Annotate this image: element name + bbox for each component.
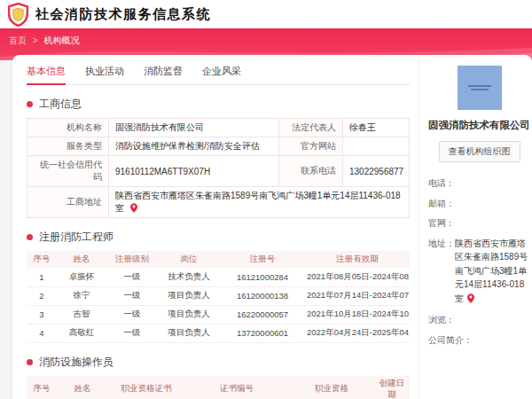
column-header: 证书编号 (184, 376, 289, 399)
engineers-table: 序号姓名注册级别岗位注册号注册有效期 1卓振怀一级技术负责人1612100028… (27, 251, 410, 343)
company-sidebar: 固强消防技术有限公司 查看机构组织图 电话： 邮箱： 官网： 地址： 陕西省西安… (419, 55, 532, 399)
table-cell: 一级 (106, 305, 158, 324)
info-label: 公司简介： (428, 333, 473, 348)
top-header: 社会消防技术服务信息系统 (0, 0, 532, 28)
info-label: 邮箱： (428, 197, 455, 211)
column-header: 序号 (27, 251, 57, 268)
field-label: 法定代表人 (279, 119, 343, 137)
map-pin-icon[interactable] (130, 203, 137, 215)
table-cell: 16120000138 (220, 286, 305, 305)
table-cell: 项目负责人 (158, 324, 220, 342)
sidebar-phone-row: 电话： (428, 176, 530, 191)
tab-practice-activities[interactable]: 执业活动 (85, 65, 124, 78)
table-cell: 13720000601 (220, 324, 305, 342)
app-title: 社会消防技术服务信息系统 (35, 6, 211, 23)
tab-bar: 基本信息 执业活动 消防监督 企业风采 (27, 55, 410, 85)
section-facility-operators: 消防设施操作员 (27, 355, 410, 370)
sidebar-address-value: 陕西省西安市雁塔区朱雀南路1589号南飞鸿广场3幢1单元14层11436-018… (455, 237, 530, 308)
tab-basic-info[interactable]: 基本信息 (27, 65, 66, 78)
column-header: 姓名 (57, 251, 106, 268)
field-label: 联系电话 (279, 156, 343, 187)
breadcrumb-separator: > (33, 35, 38, 45)
legal-rep-value: 徐春王 (343, 119, 410, 137)
table-cell: 3 (27, 305, 57, 324)
sidebar-email-row: 邮箱： (428, 197, 530, 211)
column-header: 注册号 (220, 251, 305, 268)
sidebar-website-row: 官网： (428, 216, 530, 231)
field-label: 服务类型 (27, 137, 109, 156)
table-cell: 1 (27, 268, 57, 286)
table-cell: 16220000057 (220, 305, 305, 324)
table-cell: 徐宁 (57, 286, 106, 305)
column-header: 岗位 (158, 251, 220, 268)
table-cell: 一级 (106, 268, 158, 286)
table-cell: 吉智 (57, 305, 106, 324)
sidebar-company-profile-row: 公司简介： (428, 333, 530, 348)
breadcrumb-home-link[interactable]: 首页 (9, 35, 27, 45)
column-header: 职业资格证书 (108, 376, 184, 399)
info-label: 电话： (428, 176, 455, 191)
tab-fire-supervision[interactable]: 消防监督 (144, 65, 183, 78)
sidebar-company-name: 固强消防技术有限公司 (428, 119, 530, 132)
bullet-dot-icon (27, 234, 33, 240)
main-card: 基本信息 执业活动 消防监督 企业风采 工商信息 机构名称 固强消防技术有限公司… (12, 55, 532, 399)
table-cell: 高敬红 (57, 324, 106, 342)
table-cell: 2022年04月24日-2025年04月24日 (305, 324, 410, 342)
breadcrumb-current: 机构概况 (43, 35, 79, 45)
sidebar-views-row: 浏览： (428, 313, 530, 327)
table-cell: 16121000284 (220, 268, 305, 286)
bullet-dot-icon (27, 101, 33, 107)
table-row: 3吉智一级项目负责人162200000572021年10月18日-2024年10… (27, 305, 410, 324)
business-address-value: 陕西省西安市雁塔区朱雀南路1589号南飞鸿广场3幢1单元14层11436-018… (115, 191, 401, 213)
table-cell: 2021年08月05日-2024年08月05日 (305, 268, 410, 286)
table-cell: 4 (27, 324, 57, 342)
table-cell: 技术负责人 (158, 268, 220, 286)
table-cell: 一级 (106, 286, 158, 305)
table-cell: 一级 (106, 324, 158, 342)
website-value (343, 137, 410, 156)
bullet-dot-icon (27, 359, 33, 365)
table-cell: 2021年07月14日-2024年07月14日 (305, 286, 410, 305)
tab-company-gallery[interactable]: 企业风采 (202, 65, 241, 78)
field-label: 官方网站 (279, 137, 343, 156)
section-title-text: 消防设施操作员 (39, 355, 113, 370)
table-cell: 卓振怀 (57, 268, 106, 286)
info-label: 官网： (428, 216, 455, 231)
business-address-cell: 陕西省西安市雁塔区朱雀南路1589号南飞鸿广场3幢1单元14层11436-018… (109, 187, 410, 218)
section-business-info: 工商信息 (27, 97, 410, 112)
section-registered-engineers: 注册消防工程师 (27, 230, 410, 245)
table-row: 4高敬红一级项目负责人137200006012022年04月24日-2025年0… (27, 324, 410, 342)
table-cell: 2021年10月18日-2024年10月18日 (305, 305, 410, 324)
column-header: 注册级别 (106, 251, 158, 268)
info-label: 浏览： (428, 313, 455, 327)
column-header: 创建日期 (374, 376, 410, 399)
table-row: 1卓振怀一级技术负责人161210002842021年08月05日-2024年0… (27, 268, 410, 286)
section-title-text: 注册消防工程师 (39, 230, 113, 245)
table-row: 2徐宁一级项目负责人161200001382021年07月14日-2024年07… (27, 286, 410, 305)
section-title-text: 工商信息 (39, 97, 82, 112)
field-label: 工商地址 (27, 187, 109, 218)
table-cell: 2 (27, 286, 57, 305)
info-label: 地址： (428, 237, 455, 308)
column-header: 序号 (27, 376, 57, 399)
column-header: 职业资格 (289, 376, 374, 399)
field-label: 统一社会信用代码 (27, 156, 109, 187)
table-cell: 项目负责人 (158, 305, 220, 324)
phone-value: 13022956877 (343, 156, 410, 187)
view-org-chart-button[interactable]: 查看机构组织图 (439, 141, 520, 162)
sidebar-address-row: 地址： 陕西省西安市雁塔区朱雀南路1589号南飞鸿广场3幢1单元14层11436… (428, 237, 530, 308)
column-header: 注册有效期 (305, 251, 410, 268)
breadcrumb: 首页 > 机构概况 (0, 28, 532, 47)
content-column: 基本信息 执业活动 消防监督 企业风采 工商信息 机构名称 固强消防技术有限公司… (12, 55, 419, 399)
field-label: 机构名称 (27, 119, 109, 137)
company-logo-placeholder (458, 66, 502, 110)
table-cell: 项目负责人 (158, 286, 220, 305)
org-name-value: 固强消防技术有限公司 (109, 119, 279, 137)
business-info-table: 机构名称 固强消防技术有限公司 法定代表人 徐春王 服务类型 消防设施维护保养检… (27, 118, 410, 218)
shield-logo-icon (7, 2, 30, 27)
credit-code-value: 91610112MA6TT9X07H (109, 156, 279, 187)
service-type-value: 消防设施维护保养检测/消防安全评估 (109, 137, 279, 156)
map-pin-icon[interactable] (467, 293, 474, 308)
operators-table: 序号姓名职业资格证书证书编号职业资格创建日期 1戴文强四级/中级技能193600… (27, 376, 410, 399)
column-header: 姓名 (57, 376, 108, 399)
